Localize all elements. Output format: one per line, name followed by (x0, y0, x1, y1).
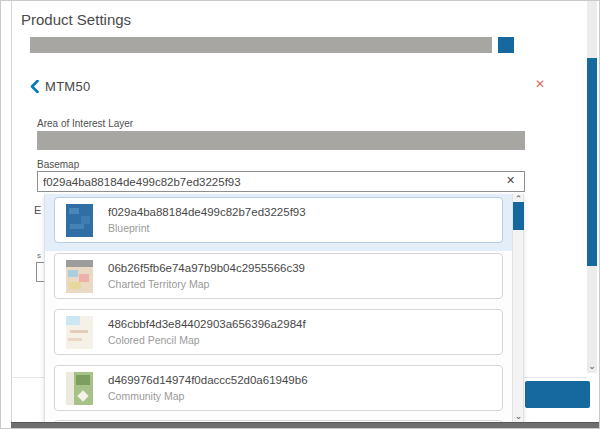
dialog-left-border (11, 1, 12, 422)
window-scrollbar-thumb[interactable] (587, 58, 597, 266)
obscured-label-s: s (37, 251, 41, 260)
progress-bar (30, 37, 492, 53)
basemap-option-name: Blueprint (108, 222, 149, 234)
scroll-down-icon[interactable]: ⌄ (513, 412, 524, 420)
colored-pencil-thumbnail (66, 316, 93, 349)
window-scrollbar: ⌄ (587, 1, 597, 373)
basemap-option-id: d469976d14974f0daccc52d0a61949b6 (108, 374, 308, 386)
basemap-option-name: Colored Pencil Map (108, 334, 200, 346)
page-title: Product Settings (21, 11, 131, 28)
progress-end-square (498, 37, 514, 53)
window-bottom-edge (11, 422, 600, 429)
basemap-label: Basemap (37, 159, 79, 170)
basemap-option-id: f029a4ba88184de499c82b7ed3225f93 (108, 206, 306, 218)
chevron-left-icon (30, 80, 39, 93)
obscured-label-e: E (34, 204, 41, 216)
basemap-option-colored-pencil[interactable]: 486cbbf4d3e84402903a656396a2984f Colored… (54, 309, 503, 355)
dropdown-scrollbar: ⌃ ⌄ (512, 194, 523, 429)
basemap-option-id: 486cbbf4d3e84402903a656396a2984f (108, 318, 306, 330)
basemap-option-community[interactable]: d469976d14974f0daccc52d0a61949b6 Communi… (54, 365, 503, 411)
basemap-option-name: Charted Territory Map (108, 278, 209, 290)
aoi-layer-label: Area of Interest Layer (37, 118, 133, 129)
back-button[interactable]: MTM50 (30, 78, 91, 94)
basemap-input[interactable] (37, 171, 525, 192)
dropdown-scrollbar-thumb[interactable] (513, 202, 524, 230)
close-icon[interactable]: ✕ (535, 77, 545, 91)
basemap-option-id: 06b26f5fb6e74a97b9b04c2955566c39 (108, 262, 305, 274)
product-settings-window: Product Settings MTM50 ✕ Area of Interes… (0, 0, 600, 429)
basemap-option-charted-territory[interactable]: 06b26f5fb6e74a97b9b04c2955566c39 Charted… (54, 253, 503, 299)
basemap-dropdown: f029a4ba88184de499c82b7ed3225f93 Bluepri… (44, 194, 524, 429)
community-thumbnail (66, 372, 93, 405)
basemap-option-blueprint[interactable]: f029a4ba88184de499c82b7ed3225f93 Bluepri… (54, 197, 503, 243)
blueprint-thumbnail (66, 204, 93, 237)
window-scroll-down-icon[interactable]: ⌄ (587, 361, 597, 371)
clear-input-icon[interactable]: ✕ (506, 174, 515, 187)
primary-action-button[interactable] (525, 381, 590, 408)
charted-territory-thumbnail (66, 260, 93, 293)
aoi-layer-input[interactable] (37, 131, 525, 150)
panel-title: MTM50 (45, 79, 91, 94)
basemap-option-name: Community Map (108, 390, 184, 402)
